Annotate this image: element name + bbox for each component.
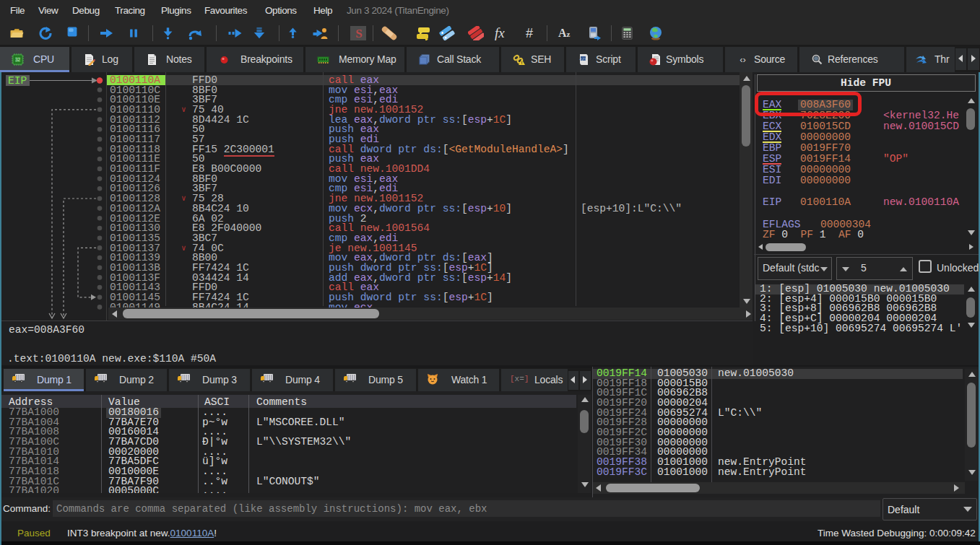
svg-text:‹›: ‹›: [740, 54, 746, 65]
svg-text:32: 32: [15, 57, 21, 62]
svg-text:</>: </>: [580, 57, 587, 62]
svg-text:!: !: [521, 61, 523, 65]
svg-text:S: S: [355, 27, 362, 40]
svg-text:EIP: EIP: [8, 75, 27, 87]
